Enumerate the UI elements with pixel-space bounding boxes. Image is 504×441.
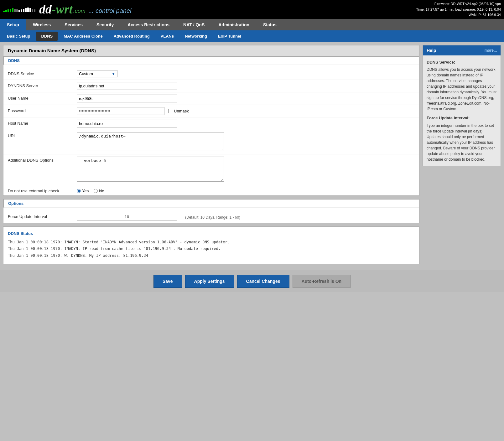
status-log-line-1: Thu Jan 1 00:00:18 1970: INADYN: Started… xyxy=(8,239,415,246)
force-update-area: (Default: 10 Days, Range: 1 - 60) xyxy=(77,213,415,221)
logo-dd: dd-wrt xyxy=(39,3,73,16)
subnav-ddns[interactable]: DDNS xyxy=(36,32,58,41)
signal-bar-11 xyxy=(25,8,27,12)
subnav-mac-address-clone[interactable]: MAC Address Clone xyxy=(59,32,107,41)
nav-access-restrictions[interactable]: Access Restrictions xyxy=(121,19,176,30)
help-ddns-service-text: DDNS allows you to access your network u… xyxy=(427,67,497,112)
signal-bar-4 xyxy=(10,9,11,12)
url-control: /dynamic.duia?host= xyxy=(77,132,415,152)
wan-ip-text: WAN IP: 81.196.9.34 xyxy=(416,12,501,18)
ddns-service-control: Custom DynDNS freedns.afraid.org ZoneEdi… xyxy=(77,70,415,77)
ddns-status-section: DDNS Status Thu Jan 1 00:00:18 1970: INA… xyxy=(3,226,419,264)
nav-administration[interactable]: Administration xyxy=(211,19,256,30)
additional-options-textarea[interactable]: --verbose 5 xyxy=(77,157,224,182)
signal-bar-12 xyxy=(27,8,29,12)
cancel-changes-button[interactable]: Cancel Changes xyxy=(237,275,289,288)
signal-bar-5 xyxy=(12,8,13,12)
username-input[interactable] xyxy=(77,95,177,102)
subnav-vlans[interactable]: VLANs xyxy=(156,32,179,41)
help-header: Help more... xyxy=(423,45,501,55)
force-update-note: (Default: 10 Days, Range: 1 - 60) xyxy=(185,214,240,220)
help-body: DDNS Service: DDNS allows you to access … xyxy=(423,55,501,166)
hostname-row: Host Name xyxy=(3,117,419,130)
apply-settings-button[interactable]: Apply Settings xyxy=(185,275,234,288)
firmware-info: Firmware: DD-WRT v24-sp2 (08/07/10) vpn … xyxy=(416,1,501,18)
signal-bar-13 xyxy=(29,8,31,12)
signal-bar-14 xyxy=(32,9,33,12)
yes-radio-label[interactable]: Yes xyxy=(77,189,89,193)
help-force-update-heading: Force Update Interval: xyxy=(427,115,497,121)
help-ddns-service-heading: DDNS Service: xyxy=(427,59,497,65)
help-more-link[interactable]: more... xyxy=(485,48,497,53)
unmask-checkbox[interactable] xyxy=(168,109,172,113)
subnav-eoip-tunnel[interactable]: EoIP Tunnel xyxy=(213,32,246,41)
password-area: Unmask xyxy=(77,107,415,115)
subnav-advanced-routing[interactable]: Advanced Routing xyxy=(109,32,155,41)
additional-options-row: Additional DDNS Options --verbose 5 xyxy=(3,154,419,185)
force-update-input[interactable] xyxy=(77,213,177,221)
ddns-service-label: DDNS Service xyxy=(8,70,77,76)
options-section: Options Force Update Interval (Default: … xyxy=(3,199,419,223)
footer-bar: Save Apply Settings Cancel Changes Auto-… xyxy=(0,270,504,292)
nav-setup[interactable]: Setup xyxy=(0,19,26,30)
nav-services[interactable]: Services xyxy=(58,19,90,30)
hostname-input[interactable] xyxy=(77,120,177,127)
external-ip-label: Do not use external ip check xyxy=(8,187,77,193)
options-section-label: Options xyxy=(3,199,419,208)
password-row: Password Unmask xyxy=(3,105,419,117)
help-panel: Help more... DDNS Service: DDNS allows y… xyxy=(423,45,501,166)
top-nav: Setup Wireless Services Security Access … xyxy=(0,19,504,30)
page-content: Dynamic Domain Name System (DDNS) DDNS D… xyxy=(0,42,504,270)
signal-bar-15 xyxy=(34,9,35,12)
url-row: URL /dynamic.duia?host= xyxy=(3,130,419,154)
external-ip-control: Yes No xyxy=(77,187,415,193)
ddns-status-log: Thu Jan 1 00:00:18 1970: INADYN: Started… xyxy=(8,239,415,259)
dyndns-server-input[interactable] xyxy=(77,82,177,90)
main-panel: Dynamic Domain Name System (DDNS) DDNS D… xyxy=(3,45,419,267)
unmask-label[interactable]: Unmask xyxy=(168,109,189,113)
auto-refresh-button[interactable]: Auto-Refresh is On xyxy=(293,275,351,288)
signal-bar-2 xyxy=(5,10,7,12)
nav-security[interactable]: Security xyxy=(90,19,121,30)
signal-bars xyxy=(3,7,35,12)
yes-radio[interactable] xyxy=(77,189,81,193)
ddns-status-header: DDNS Status xyxy=(8,231,415,236)
subnav-basic-setup[interactable]: Basic Setup xyxy=(2,32,35,41)
signal-bar-7 xyxy=(16,9,18,12)
logo: dd-wrt .com ... control panel xyxy=(39,3,131,16)
url-label: URL xyxy=(8,132,77,138)
logo-area: dd-wrt .com ... control panel xyxy=(3,3,131,16)
save-button[interactable]: Save xyxy=(153,275,182,288)
username-label: User Name xyxy=(8,95,77,101)
force-update-row: Force Update Interval (Default: 10 Days,… xyxy=(3,211,419,223)
url-textarea[interactable]: /dynamic.duia?host= xyxy=(77,132,224,151)
status-log-line-2: Thu Jan 1 00:00:18 1970: INADYN: IP read… xyxy=(8,246,415,252)
ddns-section-label: DDNS xyxy=(3,56,419,65)
dyndns-server-label: DYNDNS Server xyxy=(8,82,77,88)
sub-nav: Basic Setup DDNS MAC Address Clone Advan… xyxy=(0,30,504,42)
nav-wireless[interactable]: Wireless xyxy=(26,19,58,30)
subnav-networking[interactable]: Networking xyxy=(180,32,212,41)
dyndns-server-control xyxy=(77,82,415,90)
password-input[interactable] xyxy=(77,107,164,115)
nav-nat-qos[interactable]: NAT / QoS xyxy=(176,19,211,30)
header: dd-wrt .com ... control panel Firmware: … xyxy=(0,0,504,19)
help-title: Help xyxy=(427,48,436,53)
signal-bar-1 xyxy=(3,11,5,12)
no-radio[interactable] xyxy=(94,189,98,193)
password-label: Password xyxy=(8,107,77,113)
username-row: User Name xyxy=(3,92,419,105)
username-control xyxy=(77,95,415,102)
signal-bar-3 xyxy=(8,9,9,12)
additional-options-control: --verbose 5 xyxy=(77,157,415,183)
side-panel: Help more... DDNS Service: DDNS allows y… xyxy=(423,45,501,267)
no-radio-label[interactable]: No xyxy=(94,189,104,193)
nav-status[interactable]: Status xyxy=(256,19,283,30)
force-update-control: (Default: 10 Days, Range: 1 - 60) xyxy=(77,213,415,221)
ddns-service-select[interactable]: Custom DynDNS freedns.afraid.org ZoneEdi… xyxy=(77,70,117,77)
ddns-service-select-wrapper: Custom DynDNS freedns.afraid.org ZoneEdi… xyxy=(77,70,117,77)
page-title-bar: Dynamic Domain Name System (DDNS) xyxy=(3,45,419,56)
hostname-label: Host Name xyxy=(8,120,77,126)
logo-control-panel: ... control panel xyxy=(89,7,132,14)
status-log-line-3: Thu Jan 1 00:00:18 1970: W: DYNDNS: My I… xyxy=(8,252,415,259)
